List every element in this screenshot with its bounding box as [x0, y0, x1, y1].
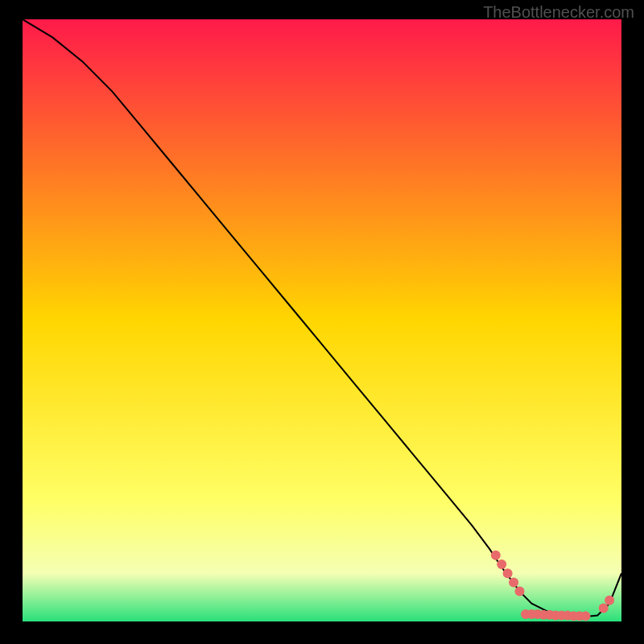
data-marker [515, 587, 525, 597]
data-marker [580, 611, 590, 621]
data-marker [599, 604, 609, 613]
chart-svg [23, 19, 621, 621]
data-marker [491, 551, 501, 560]
data-marker [497, 559, 506, 569]
data-marker [503, 568, 513, 578]
chart-area [23, 19, 621, 621]
attribution-label: TheBottlenecker.com [483, 3, 634, 22]
data-marker [605, 596, 614, 605]
data-marker [509, 577, 518, 587]
chart-background [23, 19, 621, 621]
